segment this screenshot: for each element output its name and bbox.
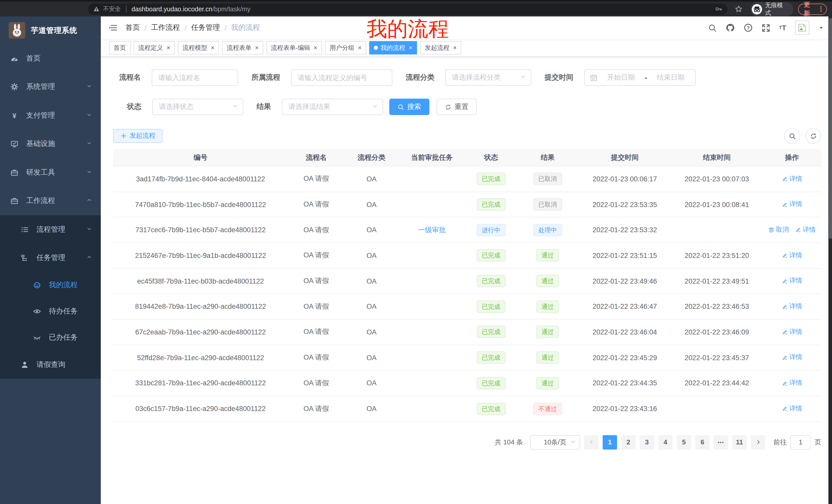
sidebar-item-home[interactable]: 首页 [0,44,101,73]
create-process-button[interactable]: 发起流程 [113,129,162,143]
page-button-2[interactable]: 2 [621,435,635,450]
page-button-11[interactable]: 11 [732,435,747,450]
chevron-down-icon [86,111,93,118]
sidebar-item-todo-tasks[interactable]: 待办任务 [0,298,101,324]
tab-start-process[interactable]: 发起流程× [420,41,461,54]
detail-action-link[interactable]: 详情 [782,200,802,209]
sidebar-collapse-icon[interactable] [108,23,118,32]
sidebar-item-devtools[interactable]: 研发工具 [0,158,101,187]
browser-back-button[interactable] [5,3,18,15]
sidebar-item-leave-query[interactable]: 请假查询 [0,351,101,379]
jump-page-input[interactable] [790,435,811,450]
prev-page-button[interactable] [584,435,599,450]
page-button-5[interactable]: 5 [677,435,691,450]
avatar[interactable] [795,21,809,35]
chevron-down-icon [372,103,379,109]
task-link[interactable]: 一级审批 [418,226,446,233]
sidebar-logo[interactable]: 芋道管理系统 [0,17,101,44]
tab-my-process[interactable]: 我的流程× [369,41,417,54]
tab-process-form[interactable]: 流程表单× [222,41,263,54]
next-page-button[interactable] [751,435,765,450]
sidebar-item-task-mgmt[interactable]: 任务管理 [0,244,101,272]
page-button-3[interactable]: 3 [640,435,654,450]
close-icon[interactable]: × [453,45,457,51]
bookmark-star-icon[interactable] [735,5,743,13]
result-select[interactable]: 请选择流结果 [282,99,383,115]
question-circle-icon: ? [744,23,753,32]
fullscreen-icon[interactable] [761,23,770,32]
cell-process-name: OA 请假 [288,276,344,286]
category-select[interactable]: 请选择流程分类 [445,69,531,86]
tab-process-form-edit[interactable]: 流程表单-编辑× [266,41,322,54]
detail-action-link[interactable]: 详情 [782,302,802,311]
cell-submit-time: 2022-01-23 00:06:17 [578,175,671,183]
cell-status: 已完成 [465,249,517,262]
browser-forward-button[interactable] [24,3,36,15]
sidebar-item-done-tasks[interactable]: 已办任务 [0,324,101,351]
tab-process-definition[interactable]: 流程定义× [134,41,175,54]
process-name-input[interactable] [152,69,238,86]
sidebar-item-payment[interactable]: ¥支付管理 [0,101,101,130]
detail-action-link[interactable]: 详情 [782,404,802,413]
detail-action-link[interactable]: 详情 [782,174,802,183]
password-key-icon[interactable] [715,5,723,13]
cell-actions: 详情 [762,379,821,388]
cancel-action-link[interactable]: 取消 [768,226,789,234]
close-icon[interactable]: × [358,45,362,51]
page-size-select[interactable]: 10条/页 [530,435,580,450]
detail-action-link[interactable]: 详情 [782,328,802,336]
owner-process-input[interactable] [291,69,392,86]
page-button-4[interactable]: 4 [658,435,673,450]
search-button[interactable]: 搜索 [389,99,430,115]
breadcrumb-item[interactable]: 工作流程 [151,23,180,32]
page-button-6[interactable]: 6 [695,435,710,450]
avatar-caret-down-icon[interactable] [818,25,824,31]
submit-time-range-picker[interactable]: 开始日期 - 结束日期 [584,69,696,86]
cell-category: OA [344,354,398,361]
trash-icon [768,227,774,233]
breadcrumb-item[interactable]: 首页 [126,23,140,32]
detail-action-link[interactable]: 详情 [782,379,802,387]
font-size-icon[interactable]: TT [779,24,786,31]
close-icon[interactable]: × [255,45,259,51]
cell-end-time: 2022-01-23 00:07:03 [671,175,762,183]
browser-home-button[interactable] [60,3,73,15]
sidebar-item-infra[interactable]: 基础设施 [0,130,101,158]
tab-user-group[interactable]: 用户分组× [325,41,366,54]
detail-action-link[interactable]: 详情 [795,226,815,234]
tab-process-model[interactable]: 流程模型× [178,41,219,54]
table-toolbar: 发起流程 [113,128,821,144]
close-icon[interactable]: × [211,45,214,51]
page-ellipsis[interactable]: ••• [714,435,728,450]
github-icon[interactable] [726,23,735,32]
scrollbar-thumb[interactable] [829,18,832,239]
top-navbar: 首页/工作流程/任务管理/我的流程 ? TT [101,17,832,39]
sidebar-item-process-mgmt[interactable]: 流程管理 [0,215,101,244]
browser-menu-dots-icon[interactable] [817,5,825,13]
detail-action-link[interactable]: 详情 [782,251,802,260]
sidebar-item-workflow[interactable]: 工作流程 [0,187,101,215]
tab-label: 我的流程 [381,44,405,52]
close-icon[interactable]: × [166,45,170,51]
refresh-table-button[interactable] [805,128,821,144]
tab-home[interactable]: 首页 [109,41,131,54]
sidebar-item-my-process[interactable]: 我的流程 [0,272,101,298]
address-bar[interactable]: 不安全 dashboard.yudao.iocoder.cn/bpm/task/… [88,3,728,15]
help-icon[interactable]: ? [744,23,753,32]
browser-update-button[interactable]: 更新 [798,3,827,15]
detail-action-link[interactable]: 详情 [782,353,802,362]
close-icon[interactable]: × [314,45,317,51]
close-icon[interactable]: × [409,45,412,51]
reset-button[interactable]: 重置 [437,99,477,115]
sidebar-item-system[interactable]: 系统管理 [0,73,101,101]
refresh-icon [810,132,817,139]
toggle-search-button[interactable] [784,128,800,144]
status-select[interactable]: 请选择状态 [152,99,243,115]
header-search-icon[interactable] [708,23,717,32]
star-icon [735,5,743,13]
browser-reload-button[interactable] [42,3,54,15]
detail-action-link[interactable]: 详情 [782,277,802,285]
page-button-1[interactable]: 1 [603,435,617,450]
cell-submit-time: 2022-01-22 23:44:35 [578,380,671,387]
breadcrumb-item[interactable]: 任务管理 [191,23,220,32]
